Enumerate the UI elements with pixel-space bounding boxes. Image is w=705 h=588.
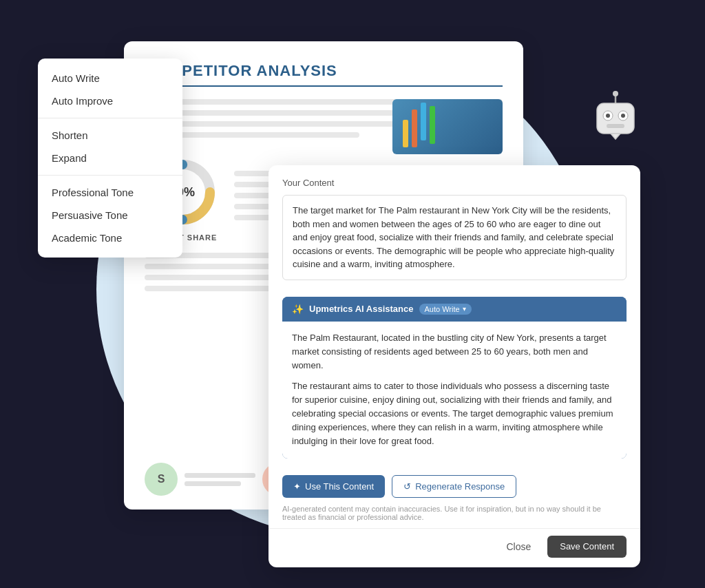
regenerate-label: Regenerate Response xyxy=(415,481,505,492)
dropdown-item-auto-write[interactable]: Auto Write xyxy=(38,67,182,90)
ai-paragraph-2: The restaurant aims to cater to those in… xyxy=(292,379,617,449)
svg-point-7 xyxy=(606,114,610,118)
text-line xyxy=(145,110,431,116)
dropdown-item-professional-tone[interactable]: Professional Tone xyxy=(38,181,182,204)
dropdown-item-persuasive-tone[interactable]: Persuasive Tone xyxy=(38,204,182,227)
dropdown-menu: Auto Write Auto Improve Shorten Expand P… xyxy=(38,59,182,258)
swot-line xyxy=(185,473,255,478)
dropdown-divider-1 xyxy=(38,118,182,118)
swot-line xyxy=(185,481,241,486)
ai-assistance-box: ✨ Upmetrics AI Assistance Auto Write ▾ T… xyxy=(282,297,627,459)
refresh-icon: ↺ xyxy=(403,481,411,492)
robot-icon xyxy=(585,90,646,151)
svg-point-9 xyxy=(621,114,625,118)
ai-paragraph-1: The Palm Restaurant, located in the bust… xyxy=(292,331,617,372)
svg-point-4 xyxy=(613,91,618,96)
regenerate-button[interactable]: ↺ Regenerate Response xyxy=(392,475,516,498)
document-title: COMPETITOR ANALYSIS xyxy=(145,62,503,80)
ai-header: ✨ Upmetrics AI Assistance Auto Write ▾ xyxy=(282,297,627,322)
dropdown-item-expand[interactable]: Expand xyxy=(38,147,182,169)
ai-body: The Palm Restaurant, located in the bust… xyxy=(282,322,627,459)
modal-original-text: The target market for The Palm restauran… xyxy=(282,195,627,280)
modal-section-label: Your Content xyxy=(282,178,627,188)
ai-header-title: Upmetrics AI Assistance xyxy=(309,304,414,314)
dropdown-item-academic-tone[interactable]: Academic Tone xyxy=(38,227,182,249)
dropdown-item-shorten[interactable]: Shorten xyxy=(38,124,182,147)
dropdown-item-auto-improve[interactable]: Auto Improve xyxy=(38,90,182,112)
ai-badge[interactable]: Auto Write ▾ xyxy=(419,304,472,315)
use-content-button[interactable]: ✦ Use This Content xyxy=(282,475,385,498)
use-content-label: Use This Content xyxy=(305,481,374,492)
chevron-down-icon: ▾ xyxy=(463,305,466,313)
text-line xyxy=(145,286,288,291)
svg-marker-11 xyxy=(611,134,620,139)
dropdown-divider-2 xyxy=(38,175,182,176)
use-icon: ✦ xyxy=(293,481,301,492)
save-content-button[interactable]: Save Content xyxy=(547,536,627,558)
svg-rect-10 xyxy=(607,124,624,128)
svg-rect-5 xyxy=(597,103,634,134)
sparkle-icon: ✨ xyxy=(292,304,304,315)
swot-s-node: S xyxy=(145,463,178,496)
document-image xyxy=(392,99,503,154)
close-button[interactable]: Close xyxy=(498,536,539,558)
modal-disclaimer: AI-generated content may contain inaccur… xyxy=(269,502,640,528)
modal-content-section: Your Content The target market for The P… xyxy=(269,165,640,297)
swot-lines-left xyxy=(185,473,255,486)
title-divider xyxy=(145,85,503,87)
modal-actions: ✦ Use This Content ↺ Regenerate Response xyxy=(269,468,640,502)
ai-badge-label: Auto Write xyxy=(425,305,460,313)
ai-modal: Your Content The target market for The P… xyxy=(269,165,640,567)
modal-footer: Close Save Content xyxy=(269,528,640,567)
